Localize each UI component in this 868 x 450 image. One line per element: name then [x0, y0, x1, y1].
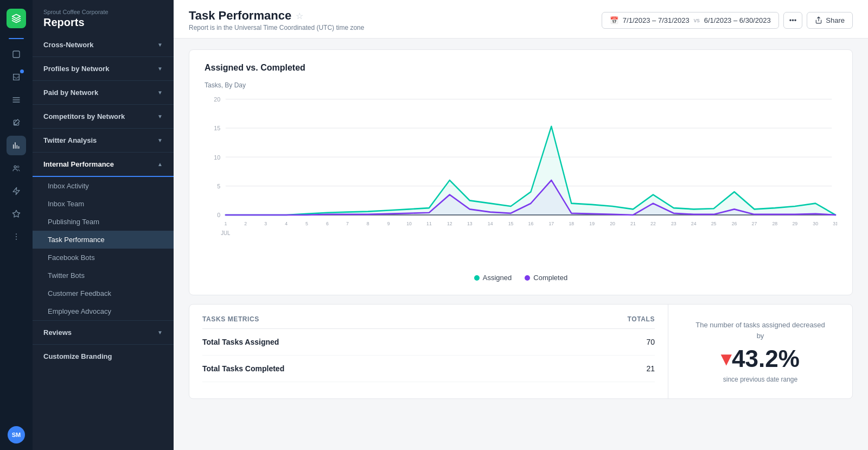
svg-text:5: 5: [217, 182, 220, 189]
share-icon: [815, 16, 822, 24]
svg-text:24: 24: [691, 221, 697, 226]
metrics-row-assigned: Total Tasks Assigned 70: [202, 329, 655, 356]
chevron-down-icon: ▼: [157, 66, 163, 72]
user-avatar[interactable]: SM: [8, 426, 25, 443]
more-options-button[interactable]: •••: [783, 12, 803, 29]
section-paid-header[interactable]: Paid by Network ▼: [33, 81, 174, 104]
sidebar-icon-strip: SM: [0, 0, 33, 450]
chevron-down-icon: ▼: [157, 42, 163, 48]
sidebar-item-twitter-bots[interactable]: Twitter Bots: [33, 267, 174, 284]
insight-description: The number of tasks assigned decreased b…: [695, 320, 825, 341]
svg-text:11: 11: [426, 221, 432, 226]
main-body: Assigned vs. Completed Tasks, By Day 20 …: [174, 39, 868, 410]
svg-text:22: 22: [650, 221, 656, 226]
svg-point-1: [14, 166, 16, 168]
svg-text:15: 15: [508, 221, 514, 226]
metrics-col-totals: Totals: [628, 315, 655, 323]
header-right: 📅 7/1/2023 – 7/31/2023 vs 6/1/2023 – 6/3…: [602, 12, 853, 29]
assigned-label: Total Tasks Assigned: [202, 338, 279, 346]
chart-y-label: Tasks, By Day: [205, 81, 837, 89]
chevron-up-icon: ▲: [157, 161, 163, 167]
insight-since-label: since previous date range: [723, 376, 797, 383]
section-internal-header[interactable]: Internal Performance ▲: [33, 153, 174, 177]
logo-icon[interactable]: [7, 9, 26, 28]
main-content: Task Performance ☆ Report is in the Univ…: [174, 0, 868, 450]
section-profiles-header[interactable]: Profiles by Network ▼: [33, 57, 174, 80]
sidebar-brand: Sprout Coffee Corporate: [43, 9, 163, 15]
svg-text:0: 0: [217, 212, 220, 219]
svg-text:10: 10: [214, 154, 220, 161]
more-nav-icon[interactable]: [7, 227, 26, 246]
svg-point-4: [16, 236, 17, 237]
sidebar-item-employee-advocacy[interactable]: Employee Advocacy: [33, 302, 174, 320]
svg-text:20: 20: [610, 221, 615, 226]
chevron-down-icon: ▼: [157, 90, 163, 96]
page-title: Task Performance: [189, 9, 291, 23]
date-range-button[interactable]: 📅 7/1/2023 – 7/31/2023 vs 6/1/2023 – 6/3…: [602, 12, 779, 29]
analytics-icon[interactable]: [7, 136, 26, 155]
section-cross-network-header[interactable]: Cross-Network ▼: [33, 33, 174, 56]
chevron-down-icon: ▼: [157, 137, 163, 143]
chart-legend: Assigned Completed: [205, 274, 837, 282]
svg-text:25: 25: [711, 221, 717, 226]
insight-percent: ▾ 43.2%: [721, 345, 800, 372]
svg-text:2: 2: [244, 221, 247, 226]
legend-assigned: Assigned: [474, 274, 512, 282]
svg-text:10: 10: [406, 221, 412, 226]
feed-icon[interactable]: [7, 90, 26, 110]
section-competitors-header[interactable]: Competitors by Network ▼: [33, 105, 174, 128]
sidebar-title: Reports: [43, 16, 163, 29]
svg-text:17: 17: [548, 221, 554, 226]
metrics-header: Tasks Metrics Totals: [202, 315, 655, 329]
calendar-icon: 📅: [610, 16, 618, 24]
share-button[interactable]: Share: [807, 12, 853, 29]
inbox-icon[interactable]: [7, 67, 26, 87]
svg-text:1: 1: [224, 221, 227, 226]
svg-text:14: 14: [488, 221, 493, 226]
sidebar-item-inbox-team[interactable]: Inbox Team: [33, 195, 174, 213]
svg-text:23: 23: [671, 221, 676, 226]
svg-text:7: 7: [346, 221, 349, 226]
header-left: Task Performance ☆ Report is in the Univ…: [189, 9, 364, 31]
favorite-star-icon[interactable]: ☆: [296, 11, 303, 21]
sidebar-item-task-performance[interactable]: Task Performance: [33, 231, 174, 249]
campaigns-icon[interactable]: [7, 181, 26, 201]
assigned-dot: [474, 275, 480, 281]
svg-text:JUL: JUL: [221, 230, 231, 237]
completed-dot: [525, 275, 530, 281]
date-range-compare: 6/1/2023 – 6/30/2023: [704, 16, 771, 24]
assigned-value: 70: [646, 338, 655, 346]
svg-text:31: 31: [833, 221, 837, 226]
svg-text:12: 12: [447, 221, 452, 226]
chevron-down-icon: ▼: [157, 329, 163, 335]
metrics-row-completed: Total Tasks Completed 21: [202, 356, 655, 382]
svg-text:27: 27: [752, 221, 757, 226]
sidebar-sub-items: Inbox Activity Inbox Team Publishing Tea…: [33, 177, 174, 320]
svg-text:29: 29: [792, 221, 797, 226]
section-reviews: Reviews ▼: [33, 321, 174, 345]
section-reviews-header[interactable]: Reviews ▼: [33, 321, 174, 344]
star-nav-icon[interactable]: [7, 204, 26, 224]
sidebar-item-customer-feedback[interactable]: Customer Feedback: [33, 284, 174, 302]
sidebar-item-facebook-bots[interactable]: Facebook Bots: [33, 249, 174, 267]
sidebar-item-inbox-activity[interactable]: Inbox Activity: [33, 177, 174, 195]
section-cross-network: Cross-Network ▼: [33, 33, 174, 57]
svg-text:18: 18: [569, 221, 574, 226]
metrics-table: Tasks Metrics Totals Total Tasks Assigne…: [189, 305, 668, 398]
people-icon[interactable]: [7, 159, 26, 178]
compose-icon[interactable]: [7, 113, 26, 132]
main-header: Task Performance ☆ Report is in the Univ…: [174, 0, 868, 39]
svg-text:15: 15: [214, 125, 220, 132]
home-icon[interactable]: [7, 45, 26, 64]
svg-text:20: 20: [214, 96, 220, 103]
svg-text:3: 3: [264, 221, 267, 226]
section-profiles: Profiles by Network ▼: [33, 57, 174, 81]
sidebar-item-publishing-team[interactable]: Publishing Team: [33, 213, 174, 231]
chevron-down-icon: ▼: [157, 113, 163, 119]
customize-branding[interactable]: Customize Branding: [33, 345, 174, 368]
section-competitors: Competitors by Network ▼: [33, 105, 174, 129]
section-twitter-analysis-header[interactable]: Twitter Analysis ▼: [33, 129, 174, 152]
metrics-col-label: Tasks Metrics: [202, 315, 259, 323]
svg-text:26: 26: [732, 221, 737, 226]
svg-text:16: 16: [528, 221, 534, 226]
